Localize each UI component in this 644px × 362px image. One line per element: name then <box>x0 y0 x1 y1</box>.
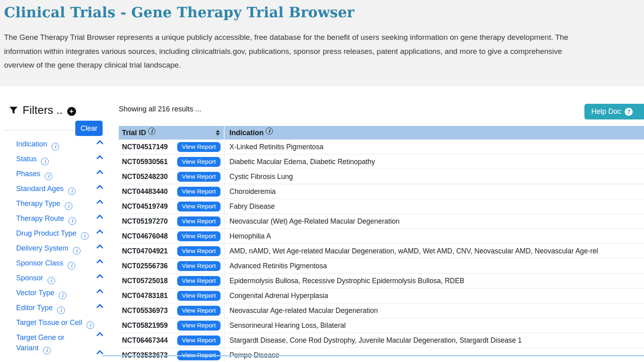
chevron-up-icon[interactable] <box>97 245 103 251</box>
view-report-button[interactable]: View Report <box>177 231 221 241</box>
info-icon[interactable]: i <box>43 347 51 354</box>
filter-item-label[interactable]: Drug Product Type i <box>16 228 89 240</box>
filter-item-label[interactable]: Status i <box>16 154 49 165</box>
filter-item[interactable]: Vector Type i <box>16 288 103 302</box>
filter-item-label[interactable]: Indication i <box>16 139 59 150</box>
filter-item-label[interactable]: Editor Type i <box>16 302 65 314</box>
trial-id: NCT06467344 <box>122 336 168 345</box>
clear-filters-button[interactable]: Clear <box>75 121 103 136</box>
filter-item-label[interactable]: Sponsor Class i <box>16 258 75 269</box>
filter-item[interactable]: Therapy Route i <box>16 213 103 228</box>
info-icon[interactable]: i <box>81 232 89 240</box>
view-report-button[interactable]: View Report <box>177 246 221 256</box>
info-icon[interactable]: i <box>266 128 273 135</box>
filter-item[interactable]: Drug Product Type i <box>16 228 103 243</box>
trial-id: NCT02556736 <box>122 262 168 270</box>
view-report-button[interactable]: View Report <box>177 261 221 271</box>
chevron-up-icon[interactable] <box>97 259 103 266</box>
intro-banner: Clinical Trials - Gene Therapy Trial Bro… <box>0 0 644 86</box>
view-report-button[interactable]: View Report <box>177 172 221 182</box>
description-line: overview of the gene therapy clinical tr… <box>4 58 568 72</box>
chevron-up-icon[interactable] <box>97 140 103 147</box>
view-report-button[interactable]: View Report <box>177 306 221 316</box>
filter-item-label[interactable]: Therapy Type i <box>16 198 72 210</box>
trial-id: NCT05197270 <box>122 217 168 226</box>
info-icon[interactable]: i <box>59 292 66 299</box>
chevron-up-icon[interactable] <box>97 304 103 311</box>
filter-item-label[interactable]: Target Gene or Variant i <box>16 332 76 354</box>
info-icon[interactable]: i <box>57 306 65 314</box>
sort-icon[interactable] <box>216 130 220 136</box>
view-report-button[interactable]: View Report <box>177 276 221 286</box>
chevron-up-icon[interactable] <box>97 274 103 281</box>
filter-item-label[interactable]: Delivery System i <box>16 243 80 255</box>
filter-item-label[interactable]: Therapy Route i <box>16 213 76 225</box>
chevron-up-icon[interactable] <box>97 185 103 192</box>
chevron-up-icon[interactable] <box>97 170 103 177</box>
column-header-trial-id[interactable]: Trial ID i <box>119 126 225 140</box>
trial-id-cell: NCT05197270 View Report <box>119 214 225 228</box>
info-icon[interactable]: i <box>73 247 80 255</box>
chevron-up-icon[interactable] <box>97 230 103 237</box>
trial-id-cell: NCT02556736 View Report <box>119 259 225 273</box>
info-icon[interactable]: i <box>68 217 76 225</box>
page-description: The Gene Therapy Trial Browser represent… <box>4 31 568 72</box>
filter-item-label[interactable]: Target Tissue or Cell i <box>16 317 94 329</box>
info-icon[interactable]: i <box>47 277 55 284</box>
table-row: NCT05930561 View Report Diabetic Macular… <box>119 154 644 169</box>
trial-id: NCT04783181 <box>122 292 168 300</box>
filter-item[interactable]: Target Tissue or Cell i <box>16 317 103 332</box>
table-row: NCT04704921 View Report AMD, nAMD, Wet A… <box>119 244 644 259</box>
filter-item-label[interactable]: Vector Type i <box>16 288 66 299</box>
view-report-button[interactable]: View Report <box>177 291 221 301</box>
view-report-button[interactable]: View Report <box>177 321 221 331</box>
filter-item-label[interactable]: Sponsor i <box>16 273 55 284</box>
chevron-up-icon[interactable] <box>97 155 103 162</box>
filter-list: Indication i Status i Phases i Standard … <box>16 139 103 362</box>
chevron-up-icon[interactable] <box>97 200 103 207</box>
results-summary: Showing all 216 results ... <box>119 105 201 113</box>
chevron-up-icon[interactable] <box>97 350 103 357</box>
filter-item[interactable]: Sponsor i <box>16 273 103 288</box>
chevron-up-icon[interactable] <box>97 215 103 222</box>
table-row: NCT05536973 View Report Neovascular Age-… <box>119 303 644 318</box>
info-icon[interactable]: i <box>65 202 72 210</box>
info-icon[interactable]: i <box>41 158 49 165</box>
trial-id-cell: NCT05536973 View Report <box>119 303 225 318</box>
filter-item[interactable]: Phases i <box>16 169 103 183</box>
trial-id-cell: NCT05248230 View Report <box>119 169 225 184</box>
column-header-indication[interactable]: Indication i <box>225 126 644 140</box>
chevron-up-icon[interactable] <box>97 289 103 296</box>
filter-item[interactable]: Target Gene or Variant i <box>16 332 103 362</box>
filter-item-label[interactable]: Standard Ages i <box>16 183 76 195</box>
filter-item-label[interactable]: Phases i <box>16 169 52 180</box>
filter-item[interactable]: Editor Type i <box>16 302 103 317</box>
filter-item[interactable]: Delivery System i <box>16 243 103 258</box>
filter-item[interactable]: Therapy Type i <box>16 198 103 213</box>
trial-id-cell: NCT04783181 View Report <box>119 288 225 303</box>
filter-label-text: Target Tissue or Cell <box>16 319 84 327</box>
info-icon[interactable]: i <box>68 187 76 195</box>
table-row: NCT05248230 View Report Cystic Fibrosis … <box>119 169 644 184</box>
indication-cell: Neovascular (Wet) Age-Related Macular De… <box>225 217 644 226</box>
info-icon[interactable]: i <box>45 173 52 180</box>
sidebar-divider <box>4 130 75 130</box>
help-doc-button[interactable]: Help Doc ? <box>584 104 644 119</box>
filter-item[interactable]: Indication i <box>16 139 103 154</box>
view-report-button[interactable]: View Report <box>177 216 221 226</box>
filter-item[interactable]: Standard Ages i <box>16 183 103 198</box>
view-report-button[interactable]: View Report <box>177 202 221 212</box>
info-icon[interactable]: i <box>148 128 155 135</box>
view-report-button[interactable]: View Report <box>177 157 221 167</box>
indication-cell: X-Linked Retinitis Pigmentosa <box>225 143 644 151</box>
info-icon[interactable]: i <box>68 262 75 269</box>
add-filter-icon[interactable]: + <box>67 107 76 116</box>
filter-item[interactable]: Sponsor Class i <box>16 258 103 273</box>
view-report-button[interactable]: View Report <box>177 335 221 346</box>
table-row: NCT04783181 View Report Congenital Adren… <box>119 288 644 303</box>
view-report-button[interactable]: View Report <box>177 142 221 152</box>
filter-item[interactable]: Status i <box>16 154 103 169</box>
info-icon[interactable]: i <box>52 143 59 150</box>
info-icon[interactable]: i <box>87 321 94 329</box>
view-report-button[interactable]: View Report <box>177 187 221 197</box>
